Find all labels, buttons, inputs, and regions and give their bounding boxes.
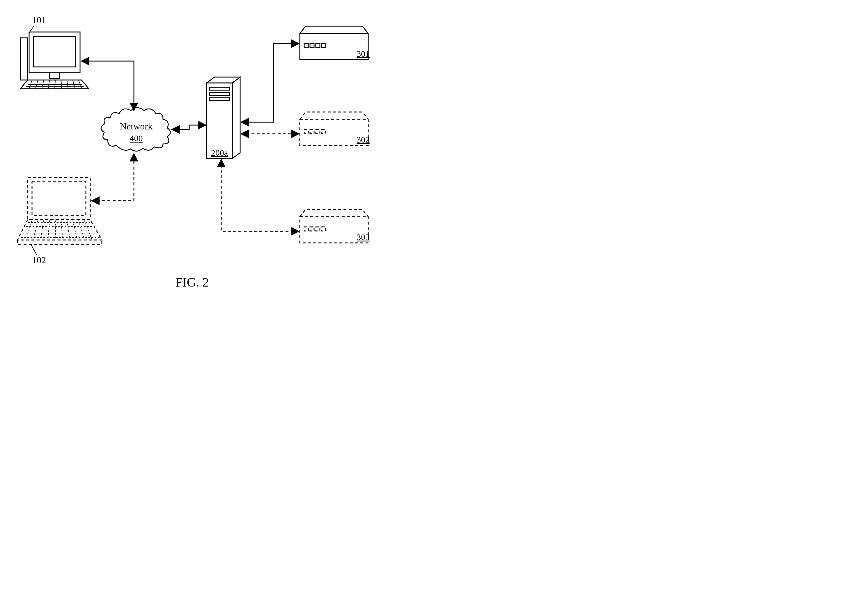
svg-rect-0: [20, 38, 28, 80]
svg-rect-47: [304, 227, 308, 231]
svg-rect-15: [28, 177, 90, 220]
svg-rect-32: [207, 83, 232, 159]
svg-rect-42: [304, 130, 308, 134]
desktop-computer-icon: [20, 32, 89, 89]
network-ref-label: 400: [130, 133, 143, 143]
storage-mid-ref-label: 302: [356, 135, 370, 144]
laptop-leader-line: [31, 245, 37, 256]
svg-rect-50: [322, 227, 326, 231]
svg-rect-16: [32, 182, 86, 215]
edge-server-storage303: [221, 159, 299, 231]
svg-line-11: [61, 80, 62, 88]
svg-line-10: [55, 80, 55, 88]
svg-rect-39: [316, 44, 320, 48]
figure-label: FIG. 2: [176, 275, 209, 290]
svg-rect-48: [310, 227, 314, 231]
svg-rect-2: [34, 37, 76, 67]
svg-rect-37: [304, 44, 308, 48]
server-icon: [207, 77, 240, 159]
edge-network-server: [172, 125, 206, 130]
desktop-ref-label: 101: [32, 15, 46, 25]
svg-rect-40: [322, 44, 326, 48]
edge-desktop-network: [81, 61, 134, 111]
diagram-canvas: 101 102 Network 400: [0, 0, 434, 300]
edge-laptop-network: [92, 154, 134, 201]
svg-rect-45: [322, 130, 326, 134]
svg-rect-43: [310, 130, 314, 134]
svg-rect-49: [316, 227, 320, 231]
storage-top-ref-label: 301: [356, 49, 370, 58]
laptop-ref-label: 102: [32, 255, 46, 265]
svg-rect-44: [316, 130, 320, 134]
laptop-icon: [17, 177, 102, 244]
laptop-keys: [21, 221, 99, 239]
svg-rect-38: [310, 44, 314, 48]
network-label: Network: [120, 121, 153, 131]
storage-bot-ref-label: 303: [356, 232, 370, 242]
edge-server-storage301: [241, 44, 299, 122]
server-ref-label: 200a: [211, 148, 228, 157]
